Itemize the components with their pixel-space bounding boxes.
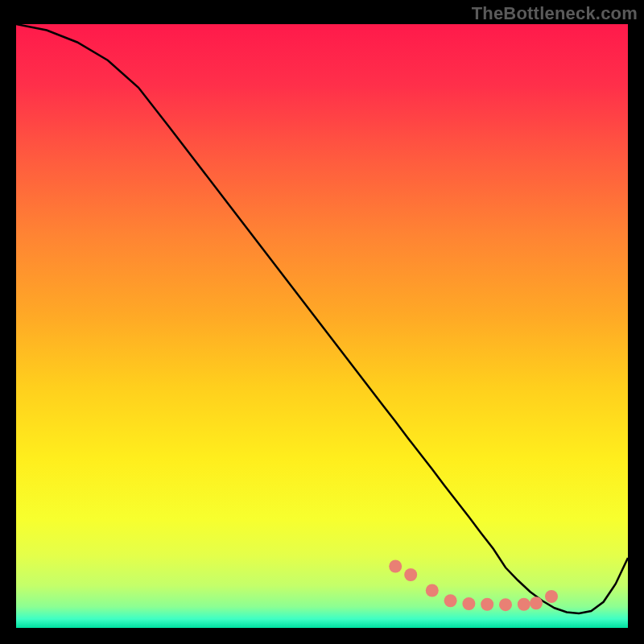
plot-area bbox=[16, 24, 628, 628]
marker-dot bbox=[462, 597, 475, 610]
chart-frame: TheBottleneck.com bbox=[0, 0, 644, 644]
marker-dot bbox=[481, 598, 493, 611]
chart-svg bbox=[16, 24, 628, 628]
marker-dot bbox=[426, 584, 439, 597]
marker-dot bbox=[404, 568, 417, 581]
marker-dot bbox=[499, 598, 512, 611]
marker-dot bbox=[389, 560, 402, 573]
marker-dot bbox=[545, 590, 558, 603]
marker-dot bbox=[444, 594, 457, 607]
marker-dot bbox=[530, 597, 543, 609]
watermark-text: TheBottleneck.com bbox=[472, 3, 638, 24]
marker-dot bbox=[518, 598, 530, 611]
